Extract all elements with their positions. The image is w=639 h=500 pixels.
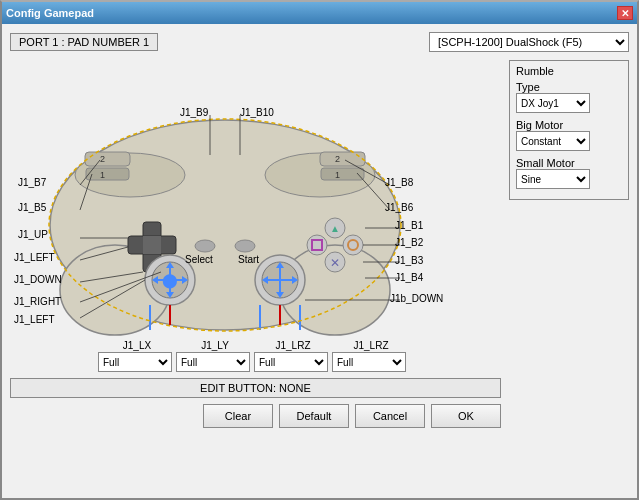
- title-bar: Config Gamepad ✕: [2, 2, 637, 24]
- content-area: PORT 1 : PAD NUMBER 1 [SCPH-1200] DualSh…: [2, 24, 637, 498]
- label-select: Select: [185, 255, 213, 265]
- gamepad-section: 2 1 2 1: [10, 60, 501, 490]
- svg-point-20: [343, 235, 363, 255]
- axis-labels-row: J1_LX J1_LY J1_LRZ J1_LRZ: [10, 340, 501, 351]
- axis-label-ly: J1_LY: [176, 340, 254, 351]
- axis-select-ly[interactable]: FullHalfNone: [176, 352, 250, 372]
- label-j1-up: J1_UP: [18, 230, 48, 240]
- edit-button-bar: EDIT BUTTON: NONE: [10, 378, 501, 398]
- pad-select-area: [SCPH-1200] DualShock (F5): [429, 32, 629, 52]
- gamepad-svg: 2 1 2 1: [10, 60, 440, 340]
- label-j1-right: J1_RIGHT: [14, 297, 61, 307]
- rumble-big-motor-label: Big Motor: [516, 119, 622, 131]
- action-buttons: Clear Default Cancel OK: [10, 404, 501, 428]
- edit-button-label: EDIT BUTTON: NONE: [200, 382, 311, 394]
- label-j1-b1: J1_B1: [395, 221, 423, 231]
- rumble-small-motor-row: Small Motor Sine None: [516, 157, 622, 189]
- top-bar: PORT 1 : PAD NUMBER 1 [SCPH-1200] DualSh…: [10, 32, 629, 52]
- label-j1-b3: J1_B3: [395, 256, 423, 266]
- default-button[interactable]: Default: [279, 404, 349, 428]
- close-button[interactable]: ✕: [617, 6, 633, 20]
- axis-select-lrz1[interactable]: FullHalfNone: [254, 352, 328, 372]
- svg-text:1: 1: [335, 170, 340, 180]
- svg-point-24: [307, 235, 327, 255]
- label-j1-b5: J1_B5: [18, 203, 46, 213]
- right-panel: Rumble Type DX Joy1 None Big Motor Const…: [509, 60, 629, 490]
- label-j1-left: J1_LEFT: [14, 253, 55, 263]
- label-start: Start: [238, 255, 259, 265]
- rumble-type-label: Type: [516, 81, 622, 93]
- svg-point-17: [235, 240, 255, 252]
- gamepad-visual: 2 1 2 1: [10, 60, 440, 340]
- main-area: 2 1 2 1: [10, 60, 629, 490]
- main-window: Config Gamepad ✕ PORT 1 : PAD NUMBER 1 […: [0, 0, 639, 500]
- svg-text:▲: ▲: [330, 223, 340, 234]
- svg-rect-9: [320, 152, 365, 166]
- rumble-box: Rumble Type DX Joy1 None Big Motor Const…: [509, 60, 629, 200]
- ok-button[interactable]: OK: [431, 404, 501, 428]
- svg-text:✕: ✕: [330, 256, 340, 270]
- axis-label-lx: J1_LX: [98, 340, 176, 351]
- svg-point-16: [195, 240, 215, 252]
- label-j1-b7: J1_B7: [18, 178, 46, 188]
- svg-text:2: 2: [335, 154, 340, 164]
- label-j1-b4: J1_B4: [395, 273, 423, 283]
- bottom-section: J1_LX J1_LY J1_LRZ J1_LRZ FullHalfNone F…: [10, 340, 501, 428]
- window-title: Config Gamepad: [6, 7, 94, 19]
- axis-label-lrz1: J1_LRZ: [254, 340, 332, 351]
- label-j1-down: J1_DOWN: [14, 275, 62, 285]
- label-j1-b8: J1_B8: [385, 178, 413, 188]
- rumble-big-motor-select[interactable]: Constant None: [516, 131, 590, 151]
- label-j1-b2: J1_B2: [395, 238, 423, 248]
- pad-select[interactable]: [SCPH-1200] DualShock (F5): [429, 32, 629, 52]
- svg-rect-15: [143, 236, 161, 254]
- cancel-button[interactable]: Cancel: [355, 404, 425, 428]
- svg-rect-5: [85, 152, 130, 166]
- rumble-big-motor-row: Big Motor Constant None: [516, 119, 622, 151]
- label-j1-b9: J1_B9: [180, 108, 208, 118]
- port-label: PORT 1 : PAD NUMBER 1: [10, 33, 158, 51]
- axis-select-lrz2[interactable]: FullHalfNone: [332, 352, 406, 372]
- label-j1-b10: J1_B10: [240, 108, 274, 118]
- rumble-small-motor-label: Small Motor: [516, 157, 622, 169]
- rumble-small-motor-select[interactable]: Sine None: [516, 169, 590, 189]
- axis-label-lrz2: J1_LRZ: [332, 340, 410, 351]
- axis-dropdowns: FullHalfNone FullHalfNone FullHalfNone F…: [10, 352, 501, 372]
- label-j1b-down: J1b_DOWN: [390, 294, 443, 304]
- label-j1-b6: J1_B6: [385, 203, 413, 213]
- rumble-title: Rumble: [516, 65, 622, 77]
- svg-text:2: 2: [100, 154, 105, 164]
- svg-text:1: 1: [100, 170, 105, 180]
- rumble-type-select[interactable]: DX Joy1 None: [516, 93, 590, 113]
- axis-select-lx[interactable]: FullHalfNone: [98, 352, 172, 372]
- clear-button[interactable]: Clear: [203, 404, 273, 428]
- rumble-type-row: Type DX Joy1 None: [516, 81, 622, 113]
- label-j1-left2: J1_LEFT: [14, 315, 55, 325]
